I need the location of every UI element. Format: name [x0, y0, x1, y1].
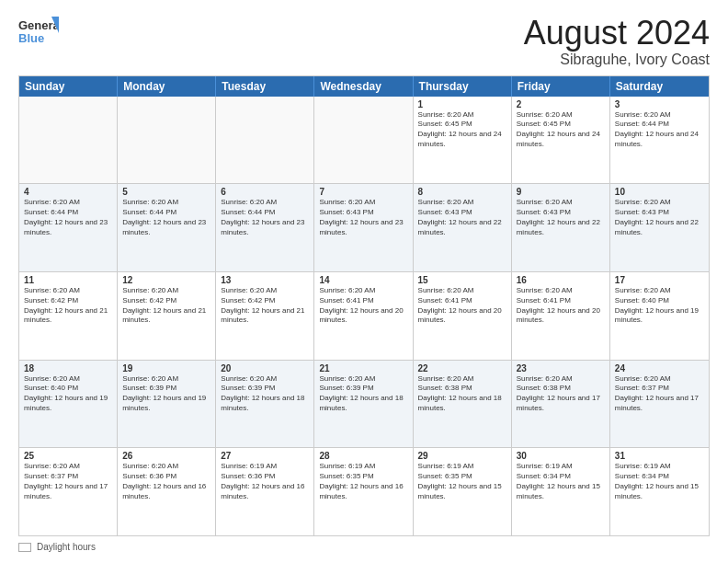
- day-info: Sunrise: 6:20 AM Sunset: 6:38 PM Dayligh…: [418, 374, 506, 414]
- day-header-saturday: Saturday: [610, 76, 709, 97]
- day-info: Sunrise: 6:20 AM Sunset: 6:37 PM Dayligh…: [615, 374, 704, 414]
- day-number: 26: [122, 451, 210, 461]
- main-title: August 2024: [524, 15, 710, 52]
- week-row-3: 11Sunrise: 6:20 AM Sunset: 6:42 PM Dayli…: [19, 271, 709, 360]
- week-row-2: 4Sunrise: 6:20 AM Sunset: 6:44 PM Daylig…: [19, 183, 709, 271]
- footer-label: Daylight hours: [37, 542, 96, 552]
- day-info: Sunrise: 6:19 AM Sunset: 6:34 PM Dayligh…: [615, 462, 704, 501]
- day-number: 11: [24, 275, 112, 285]
- day-header-monday: Monday: [118, 76, 216, 97]
- day-header-sunday: Sunday: [19, 76, 118, 97]
- day-number: 3: [615, 99, 704, 109]
- day-number: 14: [319, 275, 407, 285]
- day-info: Sunrise: 6:20 AM Sunset: 6:43 PM Dayligh…: [517, 198, 605, 237]
- day-info: Sunrise: 6:20 AM Sunset: 6:40 PM Dayligh…: [615, 286, 704, 326]
- day-cell: 16Sunrise: 6:20 AM Sunset: 6:41 PM Dayli…: [512, 272, 610, 360]
- day-number: 10: [615, 187, 704, 197]
- svg-text:General: General: [18, 18, 59, 32]
- day-number: 16: [517, 275, 605, 285]
- day-info: Sunrise: 6:20 AM Sunset: 6:44 PM Dayligh…: [122, 198, 210, 237]
- day-number: 19: [122, 363, 210, 373]
- day-cell: 31Sunrise: 6:19 AM Sunset: 6:34 PM Dayli…: [610, 448, 709, 535]
- day-info: Sunrise: 6:20 AM Sunset: 6:40 PM Dayligh…: [24, 374, 112, 414]
- title-block: August 2024 Sibraguhe, Ivory Coast: [524, 15, 710, 68]
- day-number: 17: [615, 275, 704, 285]
- day-cell: 20Sunrise: 6:20 AM Sunset: 6:39 PM Dayli…: [216, 361, 314, 448]
- calendar-body: 1Sunrise: 6:20 AM Sunset: 6:45 PM Daylig…: [19, 97, 709, 535]
- day-number: 28: [319, 451, 407, 461]
- day-info: Sunrise: 6:20 AM Sunset: 6:42 PM Dayligh…: [24, 286, 112, 326]
- day-number: 13: [221, 275, 309, 285]
- day-cell: 23Sunrise: 6:20 AM Sunset: 6:38 PM Dayli…: [512, 361, 610, 448]
- day-cell: [314, 97, 413, 184]
- day-cell: 21Sunrise: 6:20 AM Sunset: 6:39 PM Dayli…: [314, 361, 413, 448]
- day-info: Sunrise: 6:20 AM Sunset: 6:42 PM Dayligh…: [221, 286, 309, 326]
- day-number: 5: [122, 187, 210, 197]
- week-row-5: 25Sunrise: 6:20 AM Sunset: 6:37 PM Dayli…: [19, 447, 709, 535]
- day-number: 21: [319, 363, 407, 373]
- day-cell: 29Sunrise: 6:19 AM Sunset: 6:35 PM Dayli…: [414, 448, 512, 535]
- day-number: 20: [221, 363, 309, 373]
- day-cell: 18Sunrise: 6:20 AM Sunset: 6:40 PM Dayli…: [19, 361, 118, 448]
- day-cell: 17Sunrise: 6:20 AM Sunset: 6:40 PM Dayli…: [610, 272, 709, 360]
- day-number: 2: [517, 99, 605, 109]
- day-info: Sunrise: 6:20 AM Sunset: 6:39 PM Dayligh…: [122, 374, 210, 414]
- day-cell: 8Sunrise: 6:20 AM Sunset: 6:43 PM Daylig…: [414, 184, 512, 271]
- footer-box: [18, 543, 31, 552]
- logo: General Blue: [18, 15, 59, 50]
- day-info: Sunrise: 6:20 AM Sunset: 6:37 PM Dayligh…: [24, 462, 112, 501]
- day-cell: 7Sunrise: 6:20 AM Sunset: 6:43 PM Daylig…: [314, 184, 413, 271]
- sub-title: Sibraguhe, Ivory Coast: [524, 52, 710, 68]
- day-info: Sunrise: 6:20 AM Sunset: 6:44 PM Dayligh…: [615, 110, 704, 150]
- day-number: 15: [418, 275, 506, 285]
- day-info: Sunrise: 6:20 AM Sunset: 6:43 PM Dayligh…: [319, 198, 407, 237]
- day-number: 6: [221, 187, 309, 197]
- day-cell: 10Sunrise: 6:20 AM Sunset: 6:43 PM Dayli…: [610, 184, 709, 271]
- day-info: Sunrise: 6:20 AM Sunset: 6:38 PM Dayligh…: [517, 374, 605, 414]
- day-info: Sunrise: 6:20 AM Sunset: 6:36 PM Dayligh…: [122, 462, 210, 501]
- day-headers: SundayMondayTuesdayWednesdayThursdayFrid…: [19, 76, 709, 97]
- week-row-1: 1Sunrise: 6:20 AM Sunset: 6:45 PM Daylig…: [19, 97, 709, 184]
- calendar: SundayMondayTuesdayWednesdayThursdayFrid…: [18, 75, 710, 536]
- day-cell: 19Sunrise: 6:20 AM Sunset: 6:39 PM Dayli…: [118, 361, 216, 448]
- day-info: Sunrise: 6:20 AM Sunset: 6:41 PM Dayligh…: [418, 286, 506, 326]
- day-info: Sunrise: 6:20 AM Sunset: 6:44 PM Dayligh…: [24, 198, 112, 237]
- day-header-thursday: Thursday: [414, 76, 512, 97]
- day-cell: 24Sunrise: 6:20 AM Sunset: 6:37 PM Dayli…: [610, 361, 709, 448]
- day-header-friday: Friday: [512, 76, 610, 97]
- day-cell: 30Sunrise: 6:19 AM Sunset: 6:34 PM Dayli…: [512, 448, 610, 535]
- svg-text:Blue: Blue: [18, 31, 44, 45]
- day-number: 9: [517, 187, 605, 197]
- day-number: 1: [418, 99, 506, 109]
- day-info: Sunrise: 6:20 AM Sunset: 6:44 PM Dayligh…: [221, 198, 309, 237]
- day-cell: [19, 97, 118, 184]
- day-cell: 13Sunrise: 6:20 AM Sunset: 6:42 PM Dayli…: [216, 272, 314, 360]
- day-header-wednesday: Wednesday: [314, 76, 413, 97]
- day-number: 25: [24, 451, 112, 461]
- day-number: 23: [517, 363, 605, 373]
- day-info: Sunrise: 6:20 AM Sunset: 6:41 PM Dayligh…: [517, 286, 605, 326]
- day-cell: 6Sunrise: 6:20 AM Sunset: 6:44 PM Daylig…: [216, 184, 314, 271]
- day-info: Sunrise: 6:19 AM Sunset: 6:35 PM Dayligh…: [418, 462, 506, 501]
- day-cell: 2Sunrise: 6:20 AM Sunset: 6:45 PM Daylig…: [512, 97, 610, 184]
- day-cell: 26Sunrise: 6:20 AM Sunset: 6:36 PM Dayli…: [118, 448, 216, 535]
- day-number: 7: [319, 187, 407, 197]
- day-number: 18: [24, 363, 112, 373]
- day-info: Sunrise: 6:20 AM Sunset: 6:39 PM Dayligh…: [319, 374, 407, 414]
- day-info: Sunrise: 6:20 AM Sunset: 6:45 PM Dayligh…: [517, 110, 605, 150]
- day-cell: 22Sunrise: 6:20 AM Sunset: 6:38 PM Dayli…: [414, 361, 512, 448]
- day-info: Sunrise: 6:19 AM Sunset: 6:34 PM Dayligh…: [517, 462, 605, 501]
- day-cell: 15Sunrise: 6:20 AM Sunset: 6:41 PM Dayli…: [414, 272, 512, 360]
- day-cell: 3Sunrise: 6:20 AM Sunset: 6:44 PM Daylig…: [610, 97, 709, 184]
- day-cell: 9Sunrise: 6:20 AM Sunset: 6:43 PM Daylig…: [512, 184, 610, 271]
- day-number: 27: [221, 451, 309, 461]
- logo-svg: General Blue: [18, 15, 59, 50]
- day-info: Sunrise: 6:20 AM Sunset: 6:45 PM Dayligh…: [418, 110, 506, 150]
- day-number: 29: [418, 451, 506, 461]
- day-info: Sunrise: 6:20 AM Sunset: 6:39 PM Dayligh…: [221, 374, 309, 414]
- day-cell: 11Sunrise: 6:20 AM Sunset: 6:42 PM Dayli…: [19, 272, 118, 360]
- header: General Blue August 2024 Sibraguhe, Ivor…: [18, 15, 710, 68]
- day-cell: 28Sunrise: 6:19 AM Sunset: 6:35 PM Dayli…: [314, 448, 413, 535]
- week-row-4: 18Sunrise: 6:20 AM Sunset: 6:40 PM Dayli…: [19, 360, 709, 448]
- day-number: 4: [24, 187, 112, 197]
